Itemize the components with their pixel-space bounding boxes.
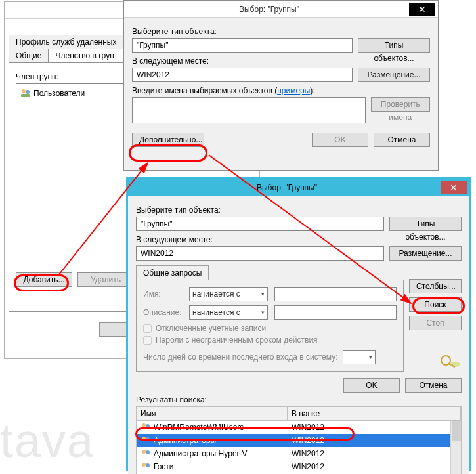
stop-button[interactable]: Стоп — [409, 316, 462, 330]
svg-point-3 — [441, 356, 450, 365]
svg-point-13 — [146, 463, 150, 467]
desc-combo[interactable]: начинается с▾ — [189, 305, 268, 320]
close-button-2[interactable]: ✕ — [441, 181, 467, 194]
dialog2-cancel-button[interactable]: Отмена — [405, 378, 462, 393]
table-row[interactable]: Администраторы Hyper-V WIN2012 — [137, 447, 461, 460]
dialog2-titlebar: Выбор: "Группы" ✕ — [128, 179, 469, 196]
disabled-checkbox[interactable]: Отключенные учетные записи — [143, 324, 397, 333]
group-icon — [20, 88, 31, 98]
magnifier-icon — [438, 354, 462, 368]
svg-point-5 — [450, 362, 460, 367]
advanced-button[interactable]: Дополнительно... — [132, 133, 204, 147]
dialog1-type-label: Выберите тип объекта: — [132, 27, 430, 36]
tab-profile[interactable]: Профиль служб удаленных — [9, 35, 123, 49]
name-label: Имя: — [143, 290, 183, 299]
results-scrollbar[interactable] — [450, 421, 461, 474]
col-name-header[interactable]: Имя — [137, 407, 288, 420]
tab-membership[interactable]: Членство в груп — [48, 49, 121, 62]
columns-button[interactable]: Столбцы... — [409, 279, 462, 293]
add-button[interactable]: Добавить... — [16, 272, 72, 287]
table-row[interactable]: Гости WIN2012 — [137, 460, 461, 473]
table-row[interactable]: WinRMRemoteWMIUsers WIN2012 — [137, 421, 461, 434]
svg-point-8 — [142, 437, 146, 441]
results-label: Результаты поиска: — [136, 395, 462, 404]
desc-input[interactable] — [274, 305, 397, 320]
select-groups-dialog-2: Выбор: "Группы" ✕ Выберите тип объекта: … — [126, 177, 471, 471]
dialog2-type-field: "Группы" — [136, 217, 384, 231]
results-list[interactable]: WinRMRemoteWMIUsers WIN2012 Администрато… — [136, 421, 462, 474]
close-button[interactable]: ✕ — [409, 3, 435, 16]
group-icon — [141, 448, 151, 459]
tab-queries[interactable]: Общие запросы — [136, 265, 209, 280]
days-label: Число дней со времени последнего входа в… — [143, 353, 337, 362]
svg-rect-2 — [21, 94, 30, 97]
svg-point-12 — [142, 463, 146, 467]
dialog1-names-field[interactable] — [132, 97, 366, 123]
name-combo[interactable]: начинается с▾ — [189, 287, 268, 301]
svg-point-9 — [146, 437, 150, 441]
group-icon — [141, 462, 151, 472]
desc-label: Описание: — [143, 308, 183, 317]
types-button-2[interactable]: Типы объектов... — [389, 217, 462, 231]
days-combo[interactable]: ▾ — [343, 350, 376, 364]
dialog1-location-field: WIN2012 — [132, 68, 353, 82]
search-button[interactable]: Поиск — [409, 297, 462, 312]
select-groups-dialog-1: Выбор: "Группы" ✕ Выберите тип объекта: … — [123, 0, 439, 171]
table-row-selected[interactable]: Администраторы WIN2012 — [137, 434, 461, 447]
nopwd-checkbox[interactable]: Пароли с неограниченным сроком действия — [143, 335, 397, 345]
svg-point-0 — [22, 89, 26, 93]
group-icon — [141, 422, 151, 433]
group-icon — [141, 435, 151, 446]
dialog1-type-field: "Группы" — [132, 38, 353, 53]
dialog2-ok-button[interactable]: OK — [343, 378, 400, 393]
svg-point-10 — [142, 450, 146, 454]
queries-panel: Имя: начинается с▾ Описание: начинается … — [136, 280, 404, 372]
location-button-2[interactable]: Размещение... — [389, 246, 462, 261]
svg-point-11 — [146, 450, 150, 454]
dialog1-title: Выбор: "Группы" — [129, 5, 409, 14]
tab-general[interactable]: Общие — [9, 49, 49, 62]
svg-point-1 — [26, 90, 30, 94]
dialog1-ok-button[interactable]: OK — [312, 133, 368, 147]
dialog2-title: Выбор: "Группы" — [133, 183, 441, 192]
name-input[interactable] — [274, 287, 397, 301]
results-header: Имя В папке — [136, 406, 462, 421]
dialog1-cancel-button[interactable]: Отмена — [374, 133, 430, 147]
col-folder-header[interactable]: В папке — [288, 407, 461, 420]
svg-point-7 — [146, 424, 150, 428]
watermark-text: tava — [0, 414, 95, 467]
svg-point-6 — [142, 423, 146, 427]
dialog1-titlebar: Выбор: "Группы" ✕ — [124, 1, 438, 18]
dialog2-type-label: Выберите тип объекта: — [136, 205, 462, 215]
dialog1-names-label: Введите имена выбираемых объектов (приме… — [132, 86, 430, 95]
dialog2-location-field: WIN2012 — [136, 246, 384, 261]
types-button[interactable]: Типы объектов... — [358, 38, 430, 53]
location-button[interactable]: Размещение... — [358, 68, 430, 82]
examples-link[interactable]: примеры — [277, 86, 310, 95]
list-item-label: Пользователи — [33, 89, 85, 98]
check-names-button[interactable]: Проверить имена — [371, 97, 430, 112]
